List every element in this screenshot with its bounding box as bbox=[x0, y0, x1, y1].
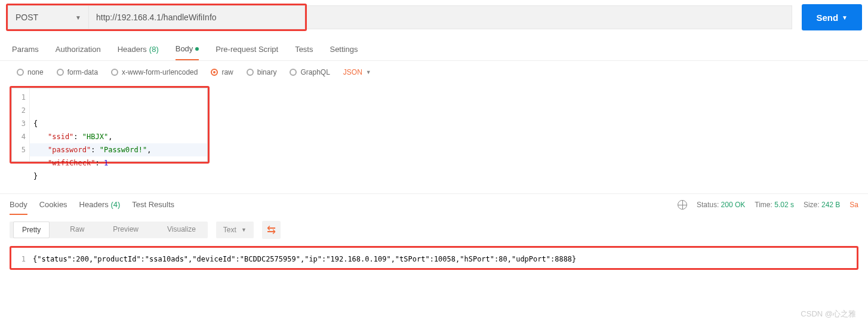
dot-indicator-icon bbox=[195, 47, 199, 51]
request-tabs: Params Authorization Headers (8) Body Pr… bbox=[0, 35, 868, 61]
globe-icon[interactable] bbox=[678, 200, 687, 210]
request-body-editor-wrap: 12345 { "ssid": "HBJX", "password": "Pas… bbox=[10, 86, 858, 164]
tab-settings[interactable]: Settings bbox=[330, 44, 358, 60]
url-input[interactable]: http://192.168.4.1/handleWifiInfo bbox=[89, 5, 305, 29]
view-visualize[interactable]: Visualize bbox=[159, 222, 204, 238]
view-pretty[interactable]: Pretty bbox=[13, 222, 50, 238]
radio-xwww[interactable]: x-www-form-urlencoded bbox=[111, 68, 198, 76]
save-response-button[interactable]: Sa bbox=[849, 201, 858, 209]
radio-raw[interactable]: raw bbox=[211, 68, 233, 76]
radio-icon bbox=[57, 69, 64, 76]
tab-params[interactable]: Params bbox=[12, 44, 39, 60]
view-preview[interactable]: Preview bbox=[104, 222, 147, 238]
url-value: http://192.168.4.1/handleWifiInfo bbox=[96, 13, 217, 22]
radio-none[interactable]: none bbox=[17, 68, 44, 76]
radio-binary[interactable]: binary bbox=[247, 68, 277, 76]
radio-icon bbox=[211, 69, 218, 76]
tab-authorization[interactable]: Authorization bbox=[56, 44, 101, 60]
radio-icon bbox=[290, 69, 297, 76]
body-type-row: none form-data x-www-form-urlencoded raw… bbox=[0, 61, 868, 84]
http-method-value: POST bbox=[16, 13, 38, 22]
radio-graphql[interactable]: GraphQL bbox=[290, 68, 330, 76]
radio-formdata[interactable]: form-data bbox=[57, 68, 98, 76]
response-code[interactable]: {"status":200,"productId":"ssa10ads","de… bbox=[29, 250, 857, 266]
status-meta: Status: 200 OK bbox=[697, 201, 745, 209]
watermark: CSDN @心之雅 bbox=[801, 309, 856, 319]
resp-tab-body[interactable]: Body bbox=[10, 200, 27, 215]
response-body-editor[interactable]: 1 {"status":200,"productId":"ssa10ads","… bbox=[11, 248, 857, 268]
size-meta: Size: 242 B bbox=[804, 201, 840, 209]
http-method-select[interactable]: POST ▼ bbox=[8, 5, 89, 29]
send-button[interactable]: Send ▼ bbox=[802, 4, 862, 30]
url-input-extension[interactable] bbox=[307, 5, 792, 29]
wrap-lines-icon[interactable]: ⇆ bbox=[262, 221, 281, 239]
request-body-editor[interactable]: 12345 { "ssid": "HBJX", "password": "Pas… bbox=[11, 88, 208, 162]
request-body-highlight: 12345 { "ssid": "HBJX", "password": "Pas… bbox=[10, 86, 210, 164]
tab-tests[interactable]: Tests bbox=[295, 44, 313, 60]
send-label: Send bbox=[816, 13, 838, 23]
time-meta: Time: 5.02 s bbox=[755, 201, 794, 209]
view-mode-group: Pretty Raw Preview Visualize bbox=[10, 222, 208, 238]
response-view-row: Pretty Raw Preview Visualize Text ▼ ⇆ bbox=[0, 215, 868, 245]
radio-icon bbox=[111, 69, 118, 76]
chevron-down-icon: ▼ bbox=[842, 14, 848, 21]
view-raw[interactable]: Raw bbox=[61, 222, 93, 238]
tab-headers[interactable]: Headers (8) bbox=[118, 44, 159, 60]
response-format-select[interactable]: Text ▼ bbox=[216, 222, 254, 238]
radio-icon bbox=[17, 69, 24, 76]
response-meta: Status: 200 OK Time: 5.02 s Size: 242 B … bbox=[678, 200, 858, 210]
code-area[interactable]: { "ssid": "HBJX", "password": "Passw0rd!… bbox=[30, 88, 207, 161]
response-body-highlight: 1 {"status":200,"productId":"ssa10ads","… bbox=[10, 246, 858, 270]
line-gutter: 12345 bbox=[12, 88, 30, 161]
address-bar: POST ▼ http://192.168.4.1/handleWifiInfo… bbox=[0, 0, 868, 35]
line-gutter: 1 bbox=[11, 250, 29, 266]
chevron-down-icon: ▼ bbox=[366, 69, 371, 75]
request-url-group: POST ▼ http://192.168.4.1/handleWifiInfo bbox=[6, 4, 307, 31]
chevron-down-icon: ▼ bbox=[75, 14, 81, 21]
chevron-down-icon: ▼ bbox=[241, 227, 247, 233]
body-format-select[interactable]: JSON ▼ bbox=[343, 68, 371, 76]
tab-prerequest[interactable]: Pre-request Script bbox=[216, 44, 278, 60]
radio-icon bbox=[247, 69, 254, 76]
tab-body[interactable]: Body bbox=[176, 44, 199, 60]
